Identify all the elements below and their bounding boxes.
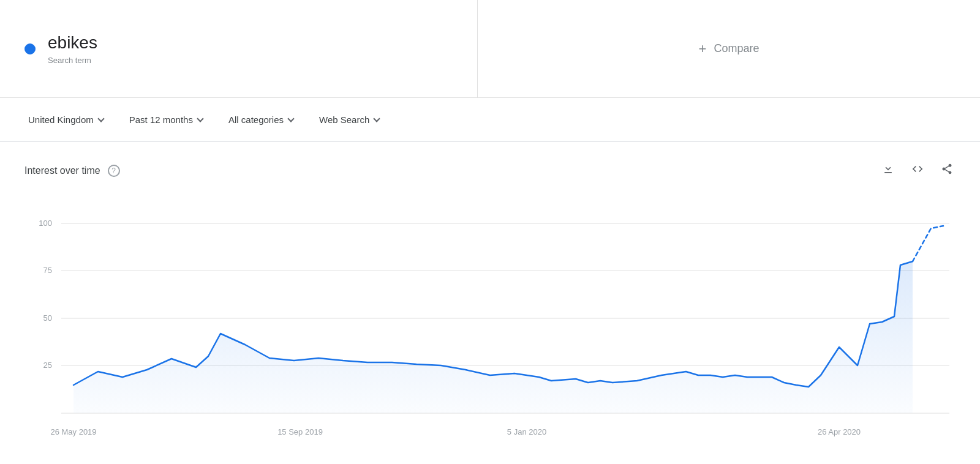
chart-section: Interest over time ? bbox=[0, 142, 980, 456]
chart-title-group: Interest over time ? bbox=[24, 165, 120, 177]
compare-label: Compare bbox=[714, 42, 759, 55]
svg-text:25: 25 bbox=[43, 361, 52, 370]
interest-over-time-chart: 100 75 50 25 26 May 2019 15 Sep 2019 5 J… bbox=[24, 193, 956, 456]
compare-panel[interactable]: + Compare bbox=[478, 0, 980, 97]
trend-line-dotted bbox=[913, 226, 943, 261]
category-chevron-icon bbox=[287, 115, 294, 122]
chart-container: 100 75 50 25 26 May 2019 15 Sep 2019 5 J… bbox=[24, 193, 956, 456]
share-button[interactable] bbox=[938, 160, 956, 181]
svg-text:26 Apr 2020: 26 Apr 2020 bbox=[818, 427, 861, 436]
svg-text:100: 100 bbox=[39, 219, 52, 228]
svg-text:50: 50 bbox=[43, 313, 52, 323]
svg-text:15 Sep 2019: 15 Sep 2019 bbox=[277, 427, 323, 436]
svg-text:26 May 2019: 26 May 2019 bbox=[50, 427, 96, 436]
search-type-label: Web Search bbox=[319, 114, 369, 125]
category-label: All categories bbox=[228, 114, 284, 125]
region-filter[interactable]: United Kingdom bbox=[18, 110, 113, 130]
chart-actions bbox=[880, 160, 956, 181]
region-label: United Kingdom bbox=[28, 114, 94, 125]
chart-header: Interest over time ? bbox=[24, 160, 956, 181]
compare-plus-icon: + bbox=[699, 41, 707, 57]
header: ebikes Search term + Compare bbox=[0, 0, 980, 98]
period-label: Past 12 months bbox=[129, 114, 193, 125]
help-icon[interactable]: ? bbox=[108, 165, 120, 177]
embed-button[interactable] bbox=[909, 160, 926, 181]
chart-title: Interest over time bbox=[24, 165, 100, 176]
search-term-label: Search term bbox=[48, 56, 97, 65]
svg-text:5 Jan 2020: 5 Jan 2020 bbox=[507, 427, 546, 436]
search-type-chevron-icon bbox=[374, 115, 380, 122]
search-term-name: ebikes bbox=[48, 32, 97, 53]
download-button[interactable] bbox=[880, 160, 897, 181]
search-term-panel: ebikes Search term bbox=[0, 0, 478, 97]
region-chevron-icon bbox=[97, 115, 104, 122]
search-type-filter[interactable]: Web Search bbox=[309, 110, 389, 130]
filter-bar: United Kingdom Past 12 months All catego… bbox=[0, 98, 980, 142]
search-term-dot bbox=[24, 43, 36, 54]
svg-marker-13 bbox=[74, 261, 913, 413]
search-term-text: ebikes Search term bbox=[48, 32, 97, 65]
period-filter[interactable]: Past 12 months bbox=[119, 110, 213, 130]
period-chevron-icon bbox=[197, 115, 203, 122]
category-filter[interactable]: All categories bbox=[219, 110, 303, 130]
svg-text:75: 75 bbox=[43, 266, 52, 275]
